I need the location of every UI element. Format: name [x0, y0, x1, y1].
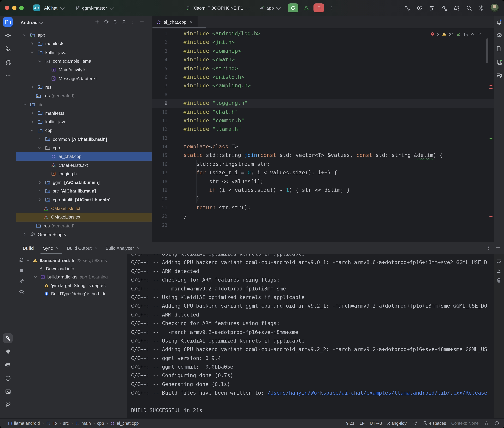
tree-item-mainactivity-kt[interactable]: MainActivity.kt	[16, 66, 152, 74]
analysis-stripe-mark[interactable]	[489, 88, 493, 89]
status-utf-8[interactable]: UTF-8	[370, 421, 382, 426]
tool-build-hammer-button[interactable]	[3, 333, 13, 343]
debug-button[interactable]	[301, 3, 311, 12]
tree-item-cpp-httplib[interactable]: cpp-httplib[AiChat.lib.main]	[16, 195, 152, 204]
tool-aqi-diamond-button[interactable]	[3, 347, 13, 356]
apply-changes-button[interactable]	[415, 3, 424, 12]
tree-item-cpp[interactable]: cpp	[16, 126, 152, 135]
build-tree-item-llama-android-fi[interactable]: llama.android: fi22 sec, 583 ms	[24, 256, 127, 265]
kebab-button[interactable]	[130, 19, 136, 26]
tree-item-res[interactable]: res(generated)	[16, 222, 152, 230]
tool-commit-button[interactable]	[3, 31, 13, 40]
tree-item-kotlin-java[interactable]: kotlin+java	[16, 117, 152, 126]
expand-all-button[interactable]	[112, 19, 118, 26]
tree-item-gradle-scripts[interactable]: Gradle Scripts	[16, 230, 152, 239]
next-problem-icon[interactable]	[478, 32, 482, 37]
build-tab-build-analyzer[interactable]: Build Analyzer	[102, 242, 144, 254]
trash-button[interactable]	[496, 278, 502, 285]
close-icon[interactable]	[94, 246, 98, 250]
close-tab-icon[interactable]	[189, 20, 193, 24]
device-selector[interactable]: Xiaomi POCOPHONE F1	[183, 4, 251, 11]
tool-gradle-button[interactable]	[495, 32, 503, 39]
user-avatar[interactable]	[490, 3, 499, 12]
breadcrumb-main[interactable]: main	[75, 421, 91, 426]
build-tree-item-buildtype-debug-is-both-de[interactable]: BuildType 'debug' is both de	[24, 289, 127, 298]
breadcrumb-src[interactable]: src	[63, 421, 69, 426]
tree-item-common[interactable]: common[AiChat.lib.main]	[16, 135, 152, 144]
search-button[interactable]	[464, 3, 474, 12]
code-editor[interactable]: 1#include <android/log.h>2#include <jni.…	[152, 28, 494, 242]
tree-item-manifests[interactable]: manifests	[16, 109, 152, 117]
sync-lines-button[interactable]	[427, 3, 437, 12]
previous-problem-icon[interactable]	[470, 32, 475, 37]
tree-item-com-example-llama[interactable]: com.example.llama	[16, 57, 152, 66]
zoom-window-button[interactable]	[19, 6, 24, 10]
build-tab-build-output[interactable]: Build Output	[63, 242, 102, 254]
minus-button[interactable]	[139, 19, 145, 26]
breadcrumb-ai-chat-cpp[interactable]: ai_chat.cpp	[110, 421, 139, 426]
tool-gemini-button[interactable]	[495, 72, 503, 79]
breadcrumb-llama-android[interactable]: llama.android	[8, 421, 40, 426]
tree-item-logging-h[interactable]: logging.h	[16, 170, 152, 178]
tool-device-manager-button[interactable]	[495, 45, 503, 52]
tool-structure-button[interactable]	[3, 44, 13, 53]
build-tree-item-jvmtarget-string-is-deprec[interactable]: 'jvmTarget: String' is deprec	[24, 281, 127, 290]
tool-pull-requests-button[interactable]	[3, 57, 13, 67]
tree-item-src[interactable]: src[AiChat.lib.main]	[16, 187, 152, 196]
filter-eye-button[interactable]	[18, 289, 24, 296]
build-tree-item-build-gradle-kts[interactable]: build.gradle.ktsapp 1 warning	[24, 273, 127, 281]
stop-grey-button[interactable]	[18, 268, 24, 275]
pin-button[interactable]	[18, 278, 24, 285]
collapse-all-button[interactable]	[121, 19, 127, 26]
build-tab-sync[interactable]: Sync	[39, 242, 63, 254]
analysis-stripe-mark[interactable]	[489, 85, 493, 86]
stop-button[interactable]	[314, 3, 324, 12]
tree-item-cmakelists-txt[interactable]: CMakeLists.txt	[16, 161, 152, 170]
tool-vcs-branch-button[interactable]	[3, 400, 13, 410]
status-unlock[interactable]	[484, 421, 489, 426]
close-icon[interactable]	[136, 246, 140, 250]
status-lf[interactable]: LF	[360, 421, 365, 426]
tree-item-cmakelists-txt[interactable]: CMakeLists.txt	[16, 204, 152, 213]
project-view-selector[interactable]: Android	[21, 20, 38, 25]
analysis-stripe-mark[interactable]	[489, 138, 493, 140]
tool-terminal-button[interactable]	[3, 387, 13, 396]
tree-item-ggml[interactable]: ggml[AiChat.lib.main]	[16, 178, 152, 187]
status-formatter[interactable]	[412, 421, 417, 426]
editor-tab-ai-chat-cpp[interactable]: ai_chat.cpp	[152, 16, 197, 28]
status-context-none[interactable]: Context: None	[451, 421, 479, 426]
branch-selector[interactable]: ggml-master	[73, 4, 115, 11]
plus-button[interactable]	[94, 19, 100, 26]
kebab-button[interactable]	[486, 245, 491, 251]
analysis-stripe-mark[interactable]	[489, 216, 493, 217]
tree-item-lib[interactable]: lib	[16, 100, 152, 109]
tool-notifications-button[interactable]	[495, 18, 503, 25]
status-excl-circle[interactable]	[494, 421, 499, 426]
tree-item-res[interactable]: res	[16, 83, 152, 92]
tree-item-cmakelists-txt[interactable]: CMakeLists.txt	[16, 213, 152, 222]
status-clang-tidy[interactable]: .clang-tidy	[387, 421, 407, 426]
close-window-button[interactable]	[5, 6, 9, 10]
inspections-widget[interactable]: 3 24 15	[430, 32, 482, 37]
minimize-window-button[interactable]	[12, 6, 16, 10]
breadcrumb-cpp[interactable]: cpp	[97, 421, 104, 426]
attach-debugger-button[interactable]	[440, 3, 449, 12]
status-4-spaces[interactable]: 4 spaces	[422, 421, 446, 426]
tree-item-kotlin-java[interactable]: kotlin+java	[16, 48, 152, 57]
rerun-button[interactable]	[18, 257, 24, 264]
run-more-options-button[interactable]	[327, 3, 337, 12]
minus-button[interactable]	[495, 245, 501, 251]
console-link[interactable]: /Users/hanyin/Workspace/ai-chat/examples…	[267, 390, 487, 396]
soft-wrap-button[interactable]	[496, 258, 502, 265]
run-button[interactable]	[288, 3, 299, 12]
editor-scrollbar[interactable]	[486, 38, 488, 63]
breadcrumb-lib[interactable]: lib	[46, 421, 57, 426]
tool-project-button[interactable]	[3, 17, 13, 27]
tree-item-manifests[interactable]: manifests	[16, 40, 152, 48]
tool-logcat-button[interactable]	[3, 360, 13, 370]
tool-more-h-button[interactable]	[3, 71, 13, 80]
tree-item-messageadapter-kt[interactable]: MessageAdapter.kt	[16, 74, 152, 83]
tree-item-cpp[interactable]: cpp	[16, 144, 152, 152]
build-button[interactable]	[402, 3, 412, 12]
tree-item-res[interactable]: res(generated)	[16, 91, 152, 100]
